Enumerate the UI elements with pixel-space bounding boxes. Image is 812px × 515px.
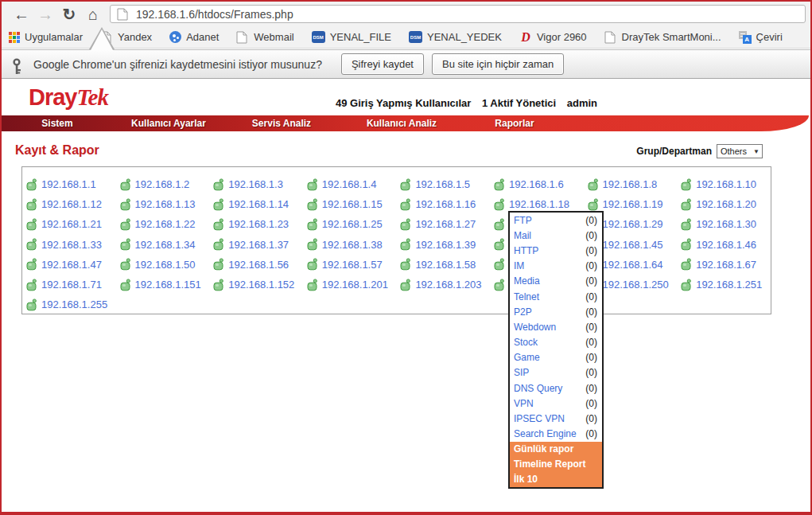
host-ip: 192.168.1.255 [41,298,107,310]
host-item[interactable]: 192.168.1.18 [494,198,588,211]
host-item[interactable]: 192.168.1.152 [213,279,307,291]
host-item[interactable]: 192.168.1.10 [681,178,775,191]
host-item[interactable]: 192.168.1.56 [213,258,307,271]
nav-item-raporlar[interactable]: Raporlar [495,115,534,131]
never-save-button[interactable]: Bu site için hiçbir zaman [432,53,564,75]
popup-item-label: Game [514,352,540,363]
host-item[interactable]: 192.168.1.25 [307,218,401,231]
popup-item-mail[interactable]: Mail(0) [510,228,602,243]
host-item[interactable]: 192.168.1.33 [26,238,120,251]
user-icon [681,218,692,231]
popup-action-g-nl-k-rapor[interactable]: Günlük rapor [510,442,602,457]
host-item[interactable]: 192.168.1.38 [307,238,401,251]
host-item[interactable]: 192.168.1.8 [588,178,682,191]
nav-item-servis-analiz[interactable]: Servis Analiz [252,115,311,131]
host-ip: 192.168.1.27 [415,218,476,230]
host-item[interactable]: 192.168.1.251 [681,279,775,291]
host-item[interactable]: 192.168.1.203 [400,279,494,291]
popup-item-http[interactable]: HTTP(0) [510,243,602,258]
logged-users-text: 49 Giriş Yapmış Kullanıcılar [336,97,471,109]
back-icon[interactable]: ← [10,3,33,25]
bookmark-uygulamalar[interactable]: Uygulamalar [9,31,83,43]
user-icon [307,238,318,251]
host-item[interactable]: 192.168.1.34 [120,238,214,251]
bookmark-adanet[interactable]: Adanet [169,31,219,43]
bookmark-webmail[interactable]: Webmail [236,31,293,44]
home-icon[interactable]: ⌂ [81,3,105,25]
host-item[interactable]: 192.168.1.20 [681,198,775,211]
popup-item-stock[interactable]: Stock(0) [510,335,602,350]
popup-action-timeline-report[interactable]: Timeline Report [510,457,602,472]
popup-item-telnet[interactable]: Telnet(0) [510,289,602,304]
popup-action-i-lk-10[interactable]: İlk 10 [510,472,602,487]
host-item[interactable]: 192.168.1.3 [213,178,307,191]
host-item[interactable]: 192.168.1.5 [400,178,494,191]
popup-item-p2p[interactable]: P2P(0) [510,304,602,319]
popup-item-label: Mail [514,230,531,241]
host-item[interactable]: 192.168.1.15 [307,198,401,211]
host-item[interactable]: 192.168.1.12 [26,198,120,211]
key-icon [11,58,24,71]
bookmark-yenal-file[interactable]: DSMYENAL_FILE [312,31,391,43]
site-page: DrayTek 49 Giriş Yapmış Kullanıcılar 1 A… [2,80,810,512]
host-ip: 192.168.1.46 [696,239,756,251]
popup-item-label: Telnet [514,291,539,302]
host-item[interactable]: 192.168.1.27 [400,218,494,231]
host-item[interactable]: 192.168.1.201 [307,279,401,291]
popup-item-game[interactable]: Game(0) [510,350,602,365]
refresh-icon[interactable]: ↻ [57,3,81,25]
host-item[interactable]: 192.168.1.30 [681,218,775,231]
bookmark-eviri[interactable]: AÇeviri [739,31,783,44]
popup-item-webdown[interactable]: Webdown(0) [510,319,602,334]
host-item[interactable]: 192.168.1.71 [26,279,120,291]
host-item[interactable]: 192.168.1.21 [26,218,120,231]
host-item[interactable]: 192.168.1.47 [26,258,120,271]
forward-icon[interactable]: → [33,3,57,25]
host-item[interactable]: 192.168.1.57 [307,258,401,271]
bookmark-draytek-smartmoni[interactable]: DrayTek SmartMoni... [604,31,721,44]
host-item[interactable]: 192.168.1.39 [400,238,494,251]
popup-item-sip[interactable]: SIP(0) [510,365,602,380]
address-bar[interactable]: 192.168.1.6/htdocs/Frames.php [110,5,806,23]
popup-item-ftp[interactable]: FTP(0) [510,213,602,228]
nav-item-kullan-c-analiz[interactable]: Kullanıcı Analiz [367,115,437,131]
popup-item-vpn[interactable]: VPN(0) [510,396,602,411]
host-ip: 192.168.1.22 [135,218,196,230]
host-item[interactable]: 192.168.1.37 [213,238,307,251]
host-item[interactable]: 192.168.1.22 [120,218,214,231]
bookmark-label: Yandex [118,31,152,43]
popup-item-dns-query[interactable]: DNS Query(0) [510,380,602,396]
host-item[interactable]: 192.168.1.16 [400,198,494,211]
logo-part2: Tek [77,84,108,110]
popup-item-media[interactable]: Media(0) [510,274,602,289]
user-icon [307,218,318,231]
popup-item-search-engine[interactable]: Search Engine(0) [510,427,602,442]
user-icon [588,198,599,211]
user-icon [681,198,692,211]
host-item[interactable]: 192.168.1.255 [26,298,120,311]
user-icon [494,279,505,291]
host-item[interactable]: 192.168.1.13 [120,198,214,211]
bookmark-yenal-yedek[interactable]: DSMYENAL_YEDEK [409,31,502,43]
host-item[interactable]: 192.168.1.19 [588,198,682,211]
host-item[interactable]: 192.168.1.151 [120,279,214,291]
bookmark-label: Webmail [254,31,293,43]
host-item[interactable]: 192.168.1.58 [400,258,494,271]
host-item[interactable]: 192.168.1.23 [213,218,307,231]
host-item[interactable]: 192.168.1.50 [120,258,214,271]
popup-item-ipsec-vpn[interactable]: IPSEC VPN(0) [510,411,602,426]
nav-item-sistem[interactable]: Sistem [41,115,72,131]
nav-item-kullan-c-ayarlar[interactable]: Kullanıcı Ayarlar [131,115,206,131]
host-item[interactable]: 192.168.1.14 [213,198,307,211]
host-item[interactable]: 192.168.1.4 [307,178,401,191]
user-icon [120,279,131,291]
popup-item-im[interactable]: IM(0) [510,259,602,274]
save-password-button[interactable]: Şifreyi kaydet [341,53,424,75]
group-select[interactable]: Others ▼ [717,144,763,158]
host-item[interactable]: 192.168.1.46 [681,238,775,251]
bookmark-vigor-2960[interactable]: DVigor 2960 [519,31,587,44]
host-item[interactable]: 192.168.1.6 [494,178,588,191]
host-item[interactable]: 192.168.1.2 [120,178,214,191]
host-item[interactable]: 192.168.1.1 [26,178,120,191]
host-item[interactable]: 192.168.1.67 [681,258,775,271]
